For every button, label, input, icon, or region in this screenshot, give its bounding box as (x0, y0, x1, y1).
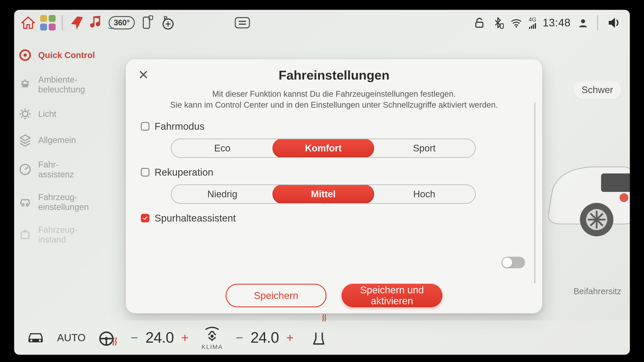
lane-assist-label: Spurhalteassistent (154, 212, 236, 224)
driver-temp-value: 24.0 (146, 329, 174, 346)
close-button[interactable] (136, 68, 150, 81)
passenger-temp-minus[interactable]: − (236, 330, 243, 345)
car-settings-icon (18, 195, 32, 209)
steering-weight-pill[interactable]: Schwer (573, 81, 621, 99)
driver-temp-minus[interactable]: − (130, 330, 138, 345)
svg-point-6 (516, 26, 517, 27)
svg-rect-17 (601, 173, 631, 192)
save-button[interactable]: Speichern (226, 284, 326, 307)
modal-title: Fahreinstellungen (141, 68, 527, 82)
sidebar-item-label: Fahr- assistenz (38, 160, 74, 179)
driver-temp-control: − 24.0 + (130, 329, 188, 346)
passenger-seat-label: Beifahrersitz (574, 287, 621, 296)
lane-assist-checkbox[interactable] (141, 214, 150, 222)
svg-point-10 (22, 111, 28, 117)
klima-label: KLIMA (202, 344, 223, 351)
sidebar-item-light[interactable]: Licht (18, 107, 115, 120)
car-front-icon[interactable] (27, 331, 44, 344)
sidebar-item-general[interactable]: Allgemein (18, 133, 115, 147)
divider (597, 15, 598, 30)
infotainment-screen: 360° P 4G 13:48 (13, 8, 631, 356)
fan-icon (203, 325, 221, 343)
unlock-icon[interactable] (473, 17, 485, 29)
music-icon[interactable] (89, 15, 104, 30)
status-bar: 360° P 4G 13:48 (14, 10, 630, 35)
ambient-light-icon (18, 78, 32, 91)
wifi-icon (510, 17, 522, 29)
svg-point-24 (210, 335, 214, 338)
svg-point-13 (26, 204, 28, 206)
auto-climate-button[interactable]: AUTO (57, 332, 86, 344)
clock: 13:48 (543, 16, 570, 29)
drive-mode-option-sport[interactable]: Sport (374, 139, 475, 157)
user-profile-icon[interactable] (577, 17, 589, 29)
svg-text:P: P (164, 15, 168, 21)
passenger-temp-value: 24.0 (250, 329, 279, 346)
sidebar-item-quick-control[interactable]: Quick Control (18, 48, 115, 62)
svg-point-21 (39, 340, 41, 342)
sidebar-item-vehicle-status[interactable]: Fahrzeug- instand (18, 225, 115, 245)
climate-bar: AUTO − 24.0 + KLIMA − 24.0 + (14, 320, 630, 355)
svg-point-23 (105, 337, 108, 340)
heated-seat-passenger-icon[interactable] (311, 329, 328, 346)
sidebar-item-ambient-light[interactable]: Ambiente- beleuchtung (18, 75, 115, 94)
recuperation-checkbox[interactable] (141, 168, 150, 176)
sidebar-item-label: Fahrzeug- instand (38, 225, 77, 245)
svg-rect-4 (476, 22, 483, 27)
bluetooth-icon[interactable] (492, 17, 504, 29)
klima-button[interactable]: KLIMA (202, 325, 223, 351)
layers-icon (18, 133, 32, 147)
save-and-activate-button[interactable]: Speichern und aktivieren (342, 284, 442, 307)
navigation-icon[interactable] (69, 15, 84, 30)
drive-mode-label: Fahrmodus (154, 120, 204, 132)
apps-icon[interactable] (40, 15, 56, 30)
menu-button[interactable] (235, 17, 250, 28)
drive-mode-section: Fahrmodus Eco Komfort Sport (141, 120, 527, 158)
recuperation-option-low[interactable]: Niedrig (172, 185, 273, 203)
volume-icon[interactable] (606, 15, 621, 30)
lane-assist-row: Spurhalteassistent (141, 212, 527, 224)
sidebar-item-label: Allgemein (38, 135, 76, 145)
gauge-icon (18, 163, 32, 176)
drive-mode-segmented: Eco Komfort Sport (171, 139, 476, 158)
camera-360-button[interactable]: 360° (108, 16, 135, 29)
svg-point-20 (30, 340, 32, 342)
recuperation-option-high[interactable]: Hoch (374, 185, 475, 203)
svg-rect-5 (500, 24, 504, 28)
sidebar-item-vehicle-settings[interactable]: Fahrzeug- einstellungen (18, 192, 115, 212)
svg-point-12 (22, 204, 24, 206)
drive-mode-option-komfort[interactable]: Komfort (272, 139, 374, 158)
heated-steering-icon[interactable] (98, 329, 118, 346)
drive-mode-checkbox[interactable] (141, 122, 150, 131)
light-icon (18, 107, 32, 120)
quick-control-icon (18, 48, 32, 62)
recuperation-segmented: Niedrig Mittel Hoch (171, 184, 476, 204)
drive-mode-option-eco[interactable]: Eco (172, 139, 273, 157)
passenger-temp-plus[interactable]: + (286, 330, 294, 345)
svg-rect-14 (21, 232, 29, 239)
home-icon[interactable] (20, 15, 36, 30)
battery-icon (18, 228, 32, 241)
lane-assist-toggle[interactable] (502, 257, 525, 268)
recuperation-option-mid[interactable]: Mittel (272, 184, 374, 204)
recuperation-section: Rekuperation Niedrig Mittel Hoch (141, 166, 527, 204)
sidebar-item-drive-assist[interactable]: Fahr- assistenz (18, 160, 115, 179)
divider (62, 15, 63, 30)
cellular-status: 4G (529, 17, 536, 29)
drive-settings-modal: Fahreinstellungen Mit dieser Funktion ka… (126, 59, 542, 313)
phone-mirror-icon[interactable] (140, 15, 154, 30)
settings-sidebar: Quick Control Ambiente- beleuchtung Lich… (18, 48, 115, 245)
sidebar-item-label: Fahrzeug- einstellungen (38, 192, 89, 212)
car-illustration (548, 147, 631, 239)
sidebar-item-label: Quick Control (38, 50, 95, 60)
recuperation-label: Rekuperation (154, 166, 214, 178)
park-assist-icon[interactable]: P (159, 15, 174, 30)
passenger-temp-control: − 24.0 + (236, 329, 294, 346)
svg-point-7 (581, 19, 585, 23)
svg-point-18 (620, 193, 628, 202)
driver-temp-plus[interactable]: + (181, 330, 189, 345)
sidebar-item-label: Ambiente- beleuchtung (38, 75, 85, 94)
network-type: 4G (529, 17, 536, 22)
sidebar-item-label: Licht (38, 109, 56, 119)
modal-description: Mit dieser Funktion kannst Du die Fahrze… (166, 89, 502, 111)
